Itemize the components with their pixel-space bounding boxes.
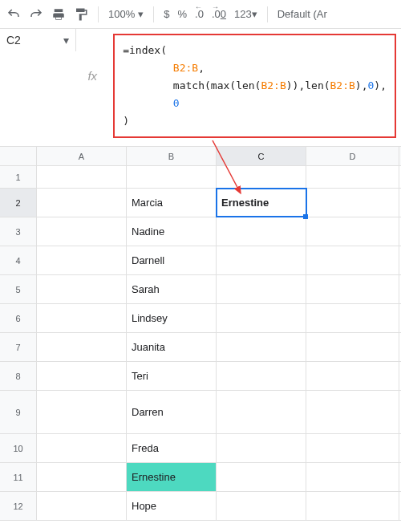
cell[interactable] — [306, 492, 399, 520]
cell[interactable] — [37, 246, 127, 274]
toolbar-separator — [267, 6, 268, 22]
cell[interactable] — [127, 166, 217, 188]
percent-format-button[interactable]: % — [177, 8, 187, 20]
cell[interactable] — [217, 304, 306, 332]
cell[interactable] — [217, 463, 306, 491]
toolbar-separator — [153, 6, 154, 22]
print-icon[interactable] — [51, 7, 66, 22]
cell[interactable] — [217, 275, 306, 303]
chevron-down-icon: ▾ — [63, 34, 69, 47]
cell[interactable] — [37, 166, 127, 188]
row-header[interactable]: 7 — [0, 333, 37, 361]
cell[interactable]: Marcia — [127, 189, 217, 217]
cell[interactable]: Juanita — [127, 333, 217, 361]
cell[interactable] — [37, 434, 127, 462]
cell[interactable] — [306, 217, 399, 246]
cell[interactable] — [306, 166, 399, 188]
grid-row: 12 Hope — [0, 492, 401, 521]
row-header[interactable]: 5 — [0, 275, 37, 303]
increase-decimal-button[interactable]: .00→ — [212, 8, 226, 20]
row-header[interactable]: 12 — [0, 492, 37, 520]
row-header[interactable]: 10 — [0, 434, 37, 462]
cell[interactable] — [306, 391, 399, 433]
cell[interactable] — [217, 391, 306, 433]
zoom-dropdown[interactable]: 100% ▾ — [108, 8, 144, 20]
grid-row: 9 Darren — [0, 391, 401, 434]
cell[interactable]: Sarah — [127, 275, 217, 303]
cell[interactable] — [306, 362, 399, 390]
font-dropdown[interactable]: Default (Ar — [277, 8, 327, 20]
grid-row: 3 Nadine — [0, 217, 401, 246]
row-header[interactable]: 9 — [0, 391, 37, 433]
cell[interactable] — [37, 463, 127, 491]
cell[interactable] — [306, 246, 399, 274]
undo-icon[interactable] — [6, 7, 21, 22]
toolbar-separator — [98, 6, 99, 22]
column-header-d[interactable]: D — [306, 147, 399, 165]
grid-row: 2 Marcia Ernestine — [0, 189, 401, 217]
cell[interactable] — [306, 304, 399, 332]
cell[interactable] — [37, 217, 127, 246]
row-header[interactable]: 8 — [0, 362, 37, 390]
cell[interactable] — [217, 217, 306, 246]
row-header[interactable]: 3 — [0, 217, 37, 246]
grid-row: 8 Teri — [0, 362, 401, 391]
fx-icon: fx — [76, 29, 108, 83]
formula-bar-row: C2 ▾ fx =index( B2:B, match(max(len(B2:B… — [0, 29, 401, 147]
cell[interactable] — [37, 304, 127, 332]
zoom-value: 100% — [108, 8, 135, 20]
cell[interactable]: Darnell — [127, 246, 217, 274]
grid-row: 5 Sarah — [0, 275, 401, 304]
paint-format-icon[interactable] — [74, 7, 88, 22]
cell-highlighted[interactable]: Ernestine — [127, 463, 217, 491]
formula-bar: fx =index( B2:B, match(max(len(B2:B)),le… — [76, 29, 401, 146]
cell[interactable] — [217, 434, 306, 462]
select-all-corner[interactable] — [0, 147, 37, 165]
cell[interactable] — [37, 333, 127, 361]
cell[interactable] — [306, 189, 399, 217]
formula-input[interactable]: =index( B2:B, match(max(len(B2:B)),len(B… — [113, 34, 396, 138]
cell[interactable] — [217, 166, 306, 188]
cell[interactable]: Teri — [127, 362, 217, 390]
column-header-a[interactable]: A — [37, 147, 127, 165]
grid-row: 6 Lindsey — [0, 304, 401, 333]
cell[interactable]: Nadine — [127, 217, 217, 246]
cell[interactable]: Darren — [127, 391, 217, 433]
grid-row: 11 Ernestine — [0, 463, 401, 492]
chevron-down-icon: ▾ — [138, 8, 144, 20]
cell[interactable] — [37, 362, 127, 390]
column-header-b[interactable]: B — [127, 147, 217, 165]
row-header[interactable]: 2 — [0, 189, 37, 217]
cell[interactable] — [217, 333, 306, 361]
more-formats-button[interactable]: 123▾ — [234, 8, 257, 20]
row-header[interactable]: 6 — [0, 304, 37, 332]
cell[interactable] — [306, 463, 399, 491]
grid-row: 10 Freda — [0, 434, 401, 463]
cell[interactable] — [37, 492, 127, 520]
cell[interactable] — [37, 391, 127, 433]
currency-format-button[interactable]: $ — [164, 8, 169, 20]
cell[interactable]: Freda — [127, 434, 217, 462]
decrease-decimal-button[interactable]: .0← — [195, 8, 204, 20]
cell[interactable] — [306, 434, 399, 462]
row-header[interactable]: 1 — [0, 166, 37, 188]
cell[interactable]: Lindsey — [127, 304, 217, 332]
column-headers: A B C D — [0, 147, 401, 166]
row-header[interactable]: 11 — [0, 463, 37, 491]
cell[interactable] — [306, 333, 399, 361]
grid-row: 7 Juanita — [0, 333, 401, 362]
cell[interactable] — [217, 246, 306, 274]
cell[interactable] — [217, 362, 306, 390]
cell[interactable] — [37, 275, 127, 303]
redo-icon[interactable] — [29, 7, 43, 22]
cell[interactable] — [217, 492, 306, 520]
cell[interactable] — [37, 189, 127, 217]
name-box[interactable]: C2 ▾ — [0, 29, 76, 51]
row-header[interactable]: 4 — [0, 246, 37, 274]
toolbar: 100% ▾ $ % .0← .00→ 123▾ Default (Ar — [0, 0, 401, 29]
column-header-c[interactable]: C — [217, 147, 306, 165]
grid-row: 1 — [0, 166, 401, 189]
cell-selected[interactable]: Ernestine — [217, 189, 306, 217]
cell[interactable]: Hope — [127, 492, 217, 520]
cell[interactable] — [306, 275, 399, 303]
